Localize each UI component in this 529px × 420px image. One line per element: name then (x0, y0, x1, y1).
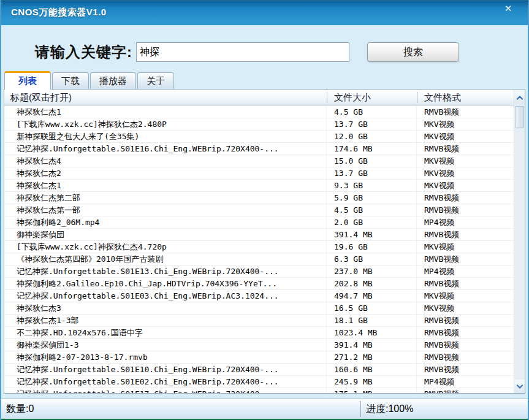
search-input[interactable] (136, 42, 349, 62)
cell-size: 160.6 MB (327, 364, 417, 375)
cell-size: 202.8 MB (327, 278, 417, 289)
cell-format: MKV视频 (417, 302, 514, 314)
table-header: 标题(双击打开) 文件大小 文件格式 (4, 90, 514, 106)
column-header-title[interactable]: 标题(双击打开) (4, 90, 327, 105)
cell-title: 新神探联盟之包大人来了(全35集) (4, 131, 327, 142)
table-row[interactable]: 记忆神探.Unforgettable.S01E16.Chi_Eng.WEBrip… (4, 143, 514, 155)
status-progress: 进度:100% (361, 403, 413, 416)
cell-size: 391.4 MB (327, 339, 417, 351)
cell-size: 175.1 MB (327, 388, 417, 393)
table-row[interactable]: 神探伽利略2-07-2013-8-17.rmvb271.2 MBRMVB视频 (4, 351, 514, 364)
column-header-format[interactable]: 文件格式 (417, 90, 514, 105)
cell-title: 御神楽探偵団1-3 (4, 339, 327, 351)
cell-format: RMVB视频 (417, 192, 514, 204)
cell-size: 19.6 GB (327, 241, 417, 253)
cell-size: 6.3 GB (327, 253, 417, 265)
cell-title: 神探伽利略2-07-2013-8-17.rmvb (4, 351, 327, 363)
cell-title: 记忆神探.Unforgettable.S01E02.Chi_Eng.WEBrip… (4, 376, 327, 388)
status-count: 数量:0 (1, 403, 360, 416)
cell-format: RMVB视频 (417, 143, 514, 155)
cell-title: 神探狄仁杰第二部 (4, 192, 327, 204)
table-row[interactable]: 神探狄仁杰第二部5.9 GBRMVB视频 (4, 192, 514, 204)
column-header-size[interactable]: 文件大小 (327, 90, 417, 105)
table-row[interactable]: 神探狄仁杰213.7 GBMKV视频 (4, 167, 514, 180)
cell-size: 16.5 GB (327, 302, 417, 314)
cell-format: MP4视频 (417, 265, 514, 277)
cell-title: 神探狄仁杰2 (4, 167, 327, 179)
cell-format: MKV视频 (417, 118, 514, 130)
cell-format: MKV视频 (417, 167, 514, 179)
table-row[interactable]: 记忆神探.Unforgettable.S01E10.Chi_Eng.WEBrip… (4, 364, 514, 376)
tab-download[interactable]: 下载 (52, 72, 89, 89)
table-row[interactable]: 记忆神探.Unforgettable.S01E03.Chi_Eng.WEBrip… (4, 290, 514, 302)
cell-size: 5.9 GB (327, 192, 417, 204)
table-row[interactable]: 记忆神探.Unforgettable.S01E02.Chi_Eng.WEBrip… (4, 376, 514, 388)
table-row[interactable]: 御神楽探偵団391.4 MBRMVB视频 (4, 229, 514, 241)
cell-title: 神探狄仁杰1 (4, 106, 327, 118)
vertical-scrollbar[interactable] (514, 90, 525, 393)
cell-size: 4.5 GB (327, 204, 417, 216)
results-panel: 标题(双击打开) 文件大小 文件格式 神探狄仁杰14.5 GBRMVB视频[下载… (4, 89, 525, 394)
table-row[interactable]: 神探狄仁杰19.3 GBMKV视频 (4, 180, 514, 192)
table-row[interactable]: 神探狄仁杰316.5 GBMKV视频 (4, 302, 514, 315)
table-body: 神探狄仁杰14.5 GBRMVB视频[下载库www.xzk.cc]神探狄仁杰2.… (4, 106, 514, 393)
cell-format: MP4视频 (417, 376, 514, 388)
cell-size: 18.1 GB (327, 315, 417, 326)
cell-size: 245.9 MB (327, 376, 417, 388)
table-row[interactable]: 不二神探.HD.1024x576.国语中字1023.4 MBRMVB视频 (4, 327, 514, 339)
cell-title: [下载库www.xzk.cc]神探狄仁杰4.720p (4, 241, 327, 253)
table-row[interactable]: 《神探狄仁杰第四部》2010年国产古装剧6.3 GBRMVB视频 (4, 253, 514, 265)
cell-format: RMVB视频 (417, 339, 514, 351)
cell-size: 174.6 MB (327, 143, 417, 155)
close-icon[interactable]: ✕ (501, 2, 516, 15)
cell-title: 御神楽探偵団 (4, 229, 327, 240)
table-row[interactable]: 神探狄仁杰第一部4.5 GBRMVB视频 (4, 204, 514, 216)
cell-format: RMVB视频 (417, 229, 514, 240)
cell-size: 391.4 MB (327, 229, 417, 240)
cell-format: RMVB视频 (417, 388, 514, 393)
table-row[interactable]: 记忆神探.Unforgettable.S01E17.Chi_Eng.WEBrip… (4, 388, 514, 393)
search-button[interactable]: 搜索 (367, 42, 459, 62)
cell-format: MKV视频 (417, 241, 514, 253)
cell-format: RMVB视频 (417, 351, 514, 363)
cell-size: 13.7 GB (327, 167, 417, 179)
tab-about[interactable]: 关于 (137, 72, 174, 89)
table-row[interactable]: [下载库www.xzk.cc]神探狄仁杰2.480P13.7 GBMKV视频 (4, 118, 514, 131)
cell-title: 神探狄仁杰3 (4, 302, 327, 314)
cell-format: RMVB视频 (417, 364, 514, 375)
search-row: 请输入关键字: 搜索 (1, 42, 528, 63)
cell-size: 12.0 GB (327, 131, 417, 142)
cell-format: RMVB视频 (417, 106, 514, 118)
cell-size: 4.5 GB (327, 106, 417, 118)
tab-list[interactable]: 列表 (4, 71, 51, 90)
scroll-down-icon[interactable] (514, 380, 525, 393)
table-row[interactable]: 神探伽利略2_06M.mp42.0 GBMP4视频 (4, 216, 514, 229)
table-row[interactable]: 神探狄仁杰1-3部18.1 GBRMVB视频 (4, 315, 514, 327)
table-row[interactable]: 御神楽探偵団1-3391.4 MBRMVB视频 (4, 339, 514, 351)
table-row[interactable]: 神探狄仁杰415.0 GBMKV视频 (4, 155, 514, 167)
title-bar: CNOS万能搜索器V1.0 ✕ (1, 0, 528, 25)
cell-title: 记忆神探.Unforgettable.S01E03.Chi_Eng.WEBrip… (4, 290, 327, 302)
table-row[interactable]: 记忆神探.Unforgettable.S01E13.Chi_Eng.WEBrip… (4, 265, 514, 278)
scrollbar-thumb[interactable] (515, 106, 524, 128)
cell-title: 记忆神探.Unforgettable.S01E10.Chi_Eng.WEBrip… (4, 364, 327, 375)
table-row[interactable]: 神探伽利略2.Galileo.Ep10.Chi_Jap.HDTVrip.704X… (4, 278, 514, 290)
search-label: 请输入关键字: (35, 42, 132, 62)
table-row[interactable]: 新神探联盟之包大人来了(全35集)12.0 GBMKV视频 (4, 131, 514, 143)
results-table: 标题(双击打开) 文件大小 文件格式 神探狄仁杰14.5 GBRMVB视频[下载… (4, 90, 514, 393)
table-row[interactable]: [下载库www.xzk.cc]神探狄仁杰4.720p19.6 GBMKV视频 (4, 241, 514, 253)
cell-title: 记忆神探.Unforgettable.S01E17.Chi_Eng.WEBrip… (4, 388, 327, 393)
status-bar: 数量:0 进度:100% (1, 399, 528, 419)
cell-size: 271.2 MB (327, 351, 417, 363)
table-row[interactable]: 神探狄仁杰14.5 GBRMVB视频 (4, 106, 514, 118)
window-title: CNOS万能搜索器V1.0 (1, 1, 107, 18)
cell-format: RMVB视频 (417, 278, 514, 289)
cell-format: MKV视频 (417, 290, 514, 302)
cell-title: 神探伽利略2.Galileo.Ep10.Chi_Jap.HDTVrip.704X… (4, 278, 327, 289)
cell-title: 记忆神探.Unforgettable.S01E13.Chi_Eng.WEBrip… (4, 265, 327, 277)
cell-title: 神探狄仁杰1 (4, 180, 327, 191)
cell-title: 神探狄仁杰4 (4, 155, 327, 167)
cell-size: 494.7 MB (327, 290, 417, 302)
scroll-up-icon[interactable] (514, 90, 525, 105)
tab-player[interactable]: 播放器 (90, 72, 136, 89)
